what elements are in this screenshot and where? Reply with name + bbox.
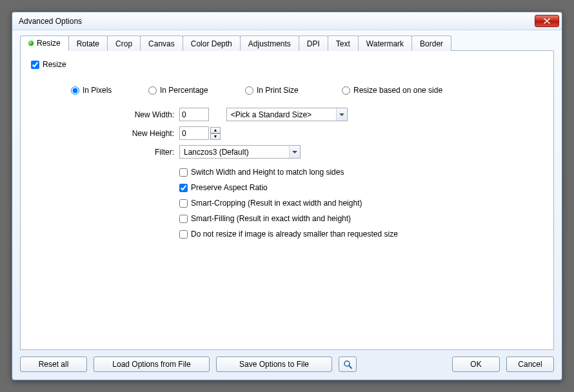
opt-preserve-ratio-label: Preserve Aspect Ratio	[191, 183, 268, 192]
tab-label: Crop	[115, 39, 132, 48]
content-area: Resize Rotate Crop Canvas Color Depth Ad…	[12, 30, 562, 357]
opt-preserve-ratio-checkbox[interactable]	[179, 184, 188, 192]
tab-label: Color Depth	[191, 39, 232, 48]
tab-dpi[interactable]: DPI	[299, 35, 328, 51]
tab-border[interactable]: Border	[411, 35, 451, 51]
height-spinner: ▲ ▼	[179, 126, 221, 140]
height-spin-buttons: ▲ ▼	[210, 127, 221, 140]
mode-percentage-radio[interactable]	[148, 86, 157, 95]
height-label: New Height:	[70, 129, 179, 138]
opt-switch-sides-checkbox[interactable]	[179, 168, 188, 177]
tab-text[interactable]: Text	[328, 35, 359, 51]
tab-crop[interactable]: Crop	[107, 35, 141, 51]
close-button[interactable]	[535, 15, 559, 27]
cancel-button[interactable]: Cancel	[506, 357, 554, 372]
resize-options: Switch Width and Height to match long si…	[179, 168, 543, 239]
mode-print[interactable]: In Print Size	[245, 86, 342, 95]
mode-oneside-radio[interactable]	[342, 86, 350, 95]
tab-rotate[interactable]: Rotate	[68, 35, 108, 51]
resize-enable-label: Resize	[43, 60, 66, 69]
spin-up-button[interactable]: ▲	[210, 127, 221, 133]
ok-button[interactable]: OK	[452, 357, 500, 372]
opt-smart-fill-checkbox[interactable]	[179, 215, 188, 223]
tab-label: Watermark	[366, 39, 404, 48]
resize-mode-group: In Pixels In Percentage In Print Size Re…	[71, 86, 543, 95]
magnifier-icon	[343, 360, 352, 369]
opt-no-upscale[interactable]: Do not resize if image is already smalle…	[179, 230, 543, 239]
window-title: Advanced Options	[19, 17, 535, 26]
tab-label: Rotate	[77, 39, 99, 48]
tab-label: Text	[336, 39, 350, 48]
tab-label: Canvas	[148, 39, 175, 48]
filter-combo[interactable]: Lanczos3 (Default)	[179, 145, 301, 159]
opt-preserve-ratio[interactable]: Preserve Aspect Ratio	[179, 183, 543, 192]
opt-no-upscale-label: Do not resize if image is already smalle…	[191, 230, 398, 239]
opt-smart-fill[interactable]: Smart-Filling (Result in exact width and…	[179, 214, 543, 223]
tab-label: DPI	[307, 39, 320, 48]
opt-smart-crop-checkbox[interactable]	[179, 199, 188, 208]
tab-adjustments[interactable]: Adjustments	[240, 35, 299, 51]
width-input[interactable]	[179, 108, 209, 121]
active-indicator-icon	[28, 41, 34, 46]
tab-panel-resize: Resize In Pixels In Percentage In Print …	[20, 50, 554, 350]
spin-down-button[interactable]: ▼	[210, 133, 221, 140]
preview-button[interactable]	[339, 357, 357, 372]
tab-watermark[interactable]: Watermark	[358, 35, 412, 51]
tabstrip: Resize Rotate Crop Canvas Color Depth Ad…	[20, 35, 554, 51]
mode-oneside[interactable]: Resize based on one side	[342, 86, 442, 95]
opt-smart-fill-label: Smart-Filling (Result in exact width and…	[191, 214, 351, 223]
titlebar: Advanced Options	[12, 12, 562, 30]
close-icon	[544, 18, 550, 24]
resize-form: New Width: <Pick a Standard Size> New He…	[70, 108, 543, 159]
opt-smart-crop-label: Smart-Cropping (Result in exact width an…	[191, 199, 362, 208]
mode-percentage[interactable]: In Percentage	[148, 86, 245, 95]
height-input[interactable]	[179, 126, 209, 140]
opt-switch-sides[interactable]: Switch Width and Height to match long si…	[179, 168, 543, 177]
mode-print-label: In Print Size	[257, 86, 299, 95]
save-options-button[interactable]: Save Options to File	[216, 357, 332, 372]
chevron-down-icon	[289, 146, 300, 158]
mode-oneside-label: Resize based on one side	[353, 86, 442, 95]
resize-enable-row[interactable]: Resize	[31, 60, 543, 69]
tab-label: Border	[420, 39, 443, 48]
button-bar: Reset all Load Options from File Save Op…	[12, 357, 562, 380]
svg-line-1	[349, 366, 351, 368]
mode-pixels[interactable]: In Pixels	[71, 86, 148, 95]
opt-smart-crop[interactable]: Smart-Cropping (Result in exact width an…	[179, 199, 543, 208]
mode-pixels-radio[interactable]	[71, 86, 79, 95]
resize-enable-checkbox[interactable]	[31, 61, 39, 69]
chevron-down-icon	[336, 108, 347, 121]
opt-switch-sides-label: Switch Width and Height to match long si…	[191, 168, 344, 177]
tab-resize[interactable]: Resize	[20, 35, 69, 51]
tab-color-depth[interactable]: Color Depth	[183, 35, 241, 51]
opt-no-upscale-checkbox[interactable]	[179, 230, 188, 239]
load-options-button[interactable]: Load Options from File	[94, 357, 210, 372]
dialog-window: Advanced Options Resize Rotate Crop Canv…	[12, 12, 562, 380]
filter-label: Filter:	[70, 148, 179, 157]
standard-size-combo[interactable]: <Pick a Standard Size>	[226, 108, 348, 121]
filter-value: Lanczos3 (Default)	[184, 148, 249, 157]
mode-pixels-label: In Pixels	[83, 86, 112, 95]
mode-percentage-label: In Percentage	[160, 86, 208, 95]
standard-size-value: <Pick a Standard Size>	[231, 110, 312, 119]
width-spinner	[179, 108, 209, 121]
width-label: New Width:	[70, 110, 179, 119]
tab-canvas[interactable]: Canvas	[140, 35, 183, 51]
tab-label: Resize	[37, 39, 61, 48]
mode-print-radio[interactable]	[245, 86, 253, 95]
tab-label: Adjustments	[248, 39, 291, 48]
reset-button[interactable]: Reset all	[20, 357, 87, 372]
